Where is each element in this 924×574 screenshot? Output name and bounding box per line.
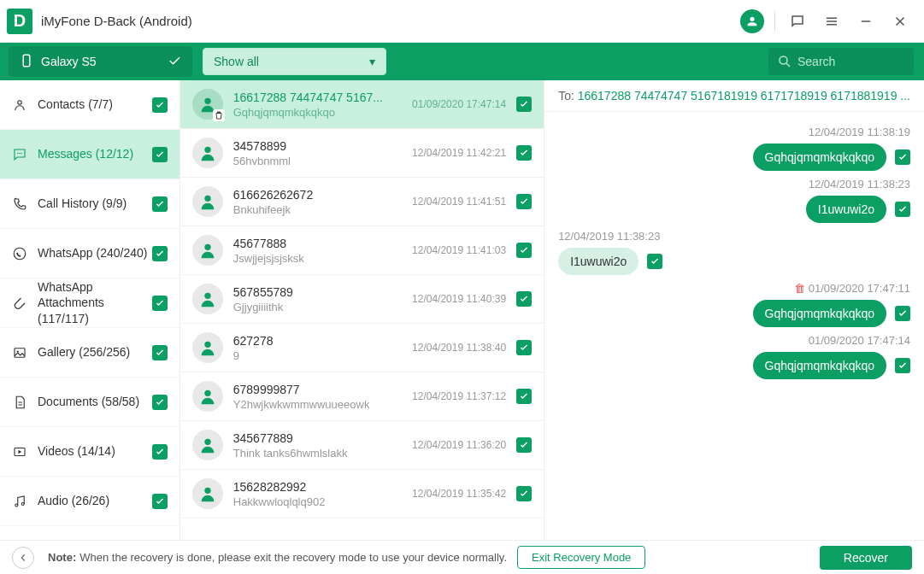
recover-button[interactable]: Recover	[820, 546, 912, 570]
conversation-body: 16617288 74474747 5167...Gqhqjqmqmkqkqkq…	[233, 91, 405, 119]
device-selector[interactable]: Galaxy S5	[9, 46, 192, 77]
sidebar-item-attachment[interactable]: WhatsApp Attachments (117/117)	[0, 278, 180, 328]
conversation-body: 3457889956hvbnmml	[233, 139, 405, 167]
message-bubble[interactable]: I1uwuwi2o	[558, 248, 639, 275]
close-icon	[892, 14, 908, 29]
checkbox[interactable]	[895, 149, 910, 165]
device-name: Galaxy S5	[41, 55, 97, 68]
chevron-left-icon	[17, 552, 29, 564]
sidebar-item-messages[interactable]: Messages (12/12)	[0, 130, 180, 179]
checkbox[interactable]	[152, 97, 168, 113]
conversation-item[interactable]: 627278912/04/2019 11:38:40	[180, 324, 544, 372]
search-placeholder: Search	[797, 55, 835, 68]
conversation-preview: Bnkuhifeejk	[233, 203, 405, 216]
conversation-title: 627278	[233, 334, 405, 348]
message-timestamp: 12/04/2019 11:38:23	[558, 178, 910, 190]
checkbox[interactable]	[152, 444, 168, 460]
audio-icon	[12, 494, 29, 509]
checkbox[interactable]	[152, 296, 168, 311]
avatar	[192, 284, 223, 314]
conversation-body: 616626262672Bnkuhifeejk	[233, 188, 405, 216]
svg-point-12	[204, 98, 210, 104]
sidebar-item-videos[interactable]: Videos (14/14)	[0, 427, 180, 477]
conversation-title: 45677888	[233, 237, 405, 250]
sidebar-item-label: WhatsApp (240/240)	[38, 245, 152, 261]
conversation-time: 12/04/2019 11:42:21	[412, 147, 506, 159]
minimize-button[interactable]	[849, 4, 883, 38]
chat-icon	[790, 14, 805, 29]
sidebar-item-gallery[interactable]: Gallery (256/256)	[0, 328, 180, 378]
conversation-body: 6789999877Y2hwjkwkwmmwwuueeowk	[233, 383, 405, 411]
note-label: Note:	[48, 551, 76, 564]
conversation-time: 12/04/2019 11:37:12	[412, 390, 506, 402]
message-bubble[interactable]: Gqhqjqmqmkqkqkqo	[753, 300, 886, 327]
checkbox[interactable]	[152, 246, 168, 261]
checkbox[interactable]	[895, 202, 910, 217]
checkbox[interactable]	[152, 147, 168, 162]
conversation-item[interactable]: 45677888Jswjjejsjsjsksk12/04/2019 11:41:…	[180, 226, 544, 275]
checkbox[interactable]	[516, 97, 532, 112]
attachment-icon	[12, 296, 29, 311]
svg-point-15	[204, 244, 210, 250]
conversation-item[interactable]: 16617288 74474747 5167...Gqhqjqmqmkqkqkq…	[180, 80, 544, 129]
sidebar-item-whatsapp[interactable]: WhatsApp (240/240)	[0, 229, 180, 278]
message-bubble[interactable]: Gqhqjqmqmkqkqkqo	[753, 352, 886, 379]
svg-point-16	[204, 293, 210, 299]
filter-dropdown[interactable]: Show all ▾	[203, 48, 386, 75]
avatar	[192, 235, 223, 266]
checkbox[interactable]	[516, 437, 532, 453]
conversation-item[interactable]: 3457889956hvbnmml12/04/2019 11:42:21	[180, 129, 544, 178]
checkbox[interactable]	[516, 194, 532, 209]
sidebar-item-documents[interactable]: Documents (58/58)	[0, 378, 180, 427]
checkbox[interactable]	[516, 291, 532, 307]
conversation-title: 567855789	[233, 285, 405, 299]
sidebar-item-contacts[interactable]: Contacts (7/7)	[0, 80, 180, 130]
conversation-item[interactable]: 345677889Think tanks6hwmlslakk12/04/2019…	[180, 421, 544, 470]
contacts-icon	[12, 97, 29, 113]
account-button[interactable]	[735, 4, 769, 38]
avatar	[192, 89, 223, 120]
conversation-item[interactable]: 616626262672Bnkuhifeejk12/04/2019 11:41:…	[180, 178, 544, 226]
checkbox[interactable]	[152, 395, 168, 410]
checkbox[interactable]	[152, 494, 168, 509]
message-row: I1uwuwi2o	[558, 196, 910, 223]
checkbox[interactable]	[152, 345, 168, 360]
sidebar-item-call[interactable]: Call History (9/9)	[0, 179, 180, 229]
toolbar: Galaxy S5 Show all ▾ Search	[0, 43, 924, 80]
exit-recovery-button[interactable]: Exit Recovery Mode	[517, 546, 645, 569]
back-button[interactable]	[12, 547, 34, 569]
message-timestamp: 12/04/2019 11:38:23	[558, 230, 910, 243]
close-button[interactable]	[883, 4, 917, 38]
checkbox[interactable]	[152, 196, 168, 212]
menu-icon	[824, 14, 839, 29]
checkbox[interactable]	[895, 358, 910, 373]
conversation-preview: Gjjygiiiithk	[233, 301, 405, 313]
conversation-preview: 9	[233, 349, 405, 362]
videos-icon	[12, 444, 29, 460]
checkbox[interactable]	[516, 243, 532, 258]
svg-point-13	[204, 147, 210, 153]
search-icon	[777, 54, 792, 69]
checkbox[interactable]	[895, 306, 910, 321]
checkbox[interactable]	[647, 254, 662, 269]
conversation-preview: Hakkwwloqlqlq902	[233, 495, 405, 508]
feedback-button[interactable]	[780, 4, 815, 38]
sidebar-item-label: Documents (58/58)	[38, 394, 152, 409]
sidebar-item-audio[interactable]: Audio (26/26)	[0, 477, 180, 526]
checkbox[interactable]	[516, 389, 532, 404]
conversation-body: 567855789Gjjygiiiithk	[233, 285, 405, 313]
message-bubble[interactable]: I1uwuwi2o	[806, 196, 886, 223]
conversation-item[interactable]: 6789999877Y2hwjkwkwmmwwuueeowk12/04/2019…	[180, 372, 544, 421]
conversation-item[interactable]: 15628282992Hakkwwloqlqlq90212/04/2019 11…	[180, 470, 544, 518]
svg-point-5	[21, 152, 23, 154]
checkbox[interactable]	[516, 486, 532, 501]
message-bubble[interactable]: Gqhqjqmqmkqkqkqo	[753, 144, 886, 171]
conversation-body: 15628282992Hakkwwloqlqlq902	[233, 480, 405, 508]
checkbox[interactable]	[516, 145, 532, 161]
sidebar-item-label: Videos (14/14)	[38, 443, 152, 459]
conversation-item[interactable]: 567855789Gjjygiiiithk12/04/2019 11:40:39	[180, 275, 544, 324]
svg-point-18	[204, 390, 210, 396]
menu-button[interactable]	[815, 4, 849, 38]
checkbox[interactable]	[516, 340, 532, 355]
search-input[interactable]: Search	[768, 48, 914, 75]
